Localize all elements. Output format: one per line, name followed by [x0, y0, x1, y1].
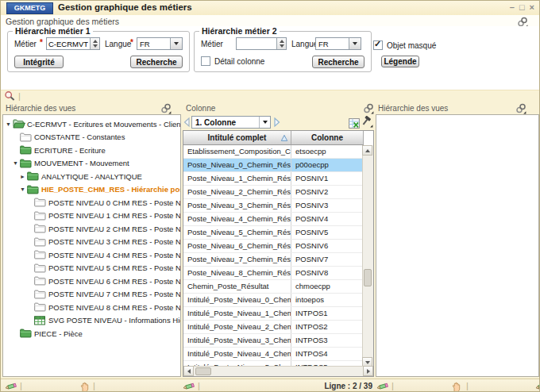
- cell-colonne: INTPOS4: [291, 348, 364, 360]
- table-row[interactable]: Poste_Niveau_6_Chemin_RésultatPOSNIV6: [183, 240, 364, 253]
- vertical-scroll-thumb[interactable]: [364, 269, 372, 286]
- header-intitule-complet[interactable]: Intitulé complet: [183, 131, 291, 145]
- maximize-icon[interactable]: □: [519, 2, 525, 13]
- folder-white-icon: [34, 250, 48, 259]
- metier2-input[interactable]: [237, 38, 276, 49]
- tree-item[interactable]: CONSTANTE - Constantes: [3, 131, 180, 144]
- tree-item[interactable]: ▼HIE_POSTE_CHM_RES - Hiérarchie poste ch…: [3, 183, 180, 197]
- cell-intitule: Intitulé_Poste_Niveau_0_Chemin_Rés: [183, 294, 291, 306]
- chevron-down-icon[interactable]: [349, 38, 361, 49]
- metier1-spinner[interactable]: [90, 38, 99, 49]
- cell-intitule: Intitulé_Poste_Niveau_1_Chemin_Rés: [183, 307, 291, 320]
- cell-colonne: POSNIV1: [291, 172, 364, 185]
- tree-item[interactable]: PIECE - Pièce: [3, 327, 180, 340]
- tree-item-label: POSTE NIVEAU 1 CHM RES - Poste Niveau 1 …: [48, 211, 180, 220]
- table-row[interactable]: Poste_Niveau_1_Chemin_RésultatPOSNIV1: [183, 172, 364, 186]
- table-row[interactable]: Intitulé_Poste_Niveau_2_Chemin_RésINTPOS…: [183, 321, 364, 334]
- table-row[interactable]: Poste_Niveau_5_Chemin_RésultatPOSNIV5: [183, 226, 364, 240]
- horizontal-scrollbar[interactable]: [183, 366, 373, 376]
- collapse-arrow-icon[interactable]: ▼: [20, 186, 27, 192]
- tree-item-label: ANALYTIQUE - ANALYTIQUE: [41, 172, 142, 181]
- tree-item-label: POSTE NIVEAU 5 CHM RES - Poste Niveau 5 …: [48, 263, 180, 272]
- tree-item[interactable]: SVG POSTE NIVEAU - Informations Hiérarch…: [3, 314, 180, 328]
- table-row[interactable]: Intitulé_Poste_Niveau_4_Chemin_RésINTPOS…: [183, 348, 364, 361]
- close-icon[interactable]: ×: [530, 2, 534, 13]
- folder-white-icon: [34, 237, 48, 247]
- recherche2-button[interactable]: Recherche: [312, 56, 364, 68]
- table-row[interactable]: Intitulé_Poste_Niveau_1_Chemin_RésINTPOS…: [183, 307, 364, 321]
- folder-open-icon: [13, 119, 26, 129]
- tree-item[interactable]: POSTE NIVEAU 5 CHM RES - Poste Niveau 5 …: [3, 262, 180, 275]
- detail-colonne-checkbox[interactable]: [201, 56, 210, 66]
- previous-column-icon[interactable]: [183, 117, 191, 128]
- tree-item[interactable]: ▼C-ECRMVT - Ecritures et Mouvements - Cl…: [3, 117, 180, 131]
- views-tree: ▼C-ECRMVT - Ecritures et Mouvements - Cl…: [3, 117, 180, 340]
- objet-masque-checkbox[interactable]: [373, 40, 383, 50]
- export-table-icon[interactable]: [349, 118, 360, 129]
- table-row[interactable]: Etablissement_Composition_Chemin_Fetsoec…: [183, 145, 364, 159]
- table-row[interactable]: Chemin_Poste_Résultatchmoecpp: [183, 280, 364, 294]
- link-icon[interactable]: [160, 103, 172, 114]
- columns-table: Intitulé complet Colonne Etablissement_C…: [183, 130, 374, 377]
- link-icon[interactable]: [515, 103, 526, 114]
- tree-item[interactable]: ►ANALYTIQUE - ANALYTIQUE: [3, 170, 180, 183]
- langue1-select[interactable]: FR: [137, 37, 183, 50]
- search-icon[interactable]: [4, 90, 16, 102]
- tree-item-label: SVG POSTE NIVEAU - Informations Hiérarch…: [48, 316, 180, 325]
- tree-item[interactable]: POSTE NIVEAU 7 CHM RES - Poste Niveau 7 …: [3, 288, 180, 302]
- recherche1-button[interactable]: Recherche: [130, 56, 183, 68]
- tree-item[interactable]: POSTE NIVEAU 8 CHM RES - Poste Niveau 8 …: [3, 301, 180, 314]
- group2-title: Hiérarchie métier 2: [199, 26, 280, 36]
- tree-item[interactable]: POSTE NIVEAU 1 CHM RES - Poste Niveau 1 …: [3, 209, 180, 223]
- cell-colonne: POSNIV2: [291, 186, 364, 198]
- status-separator: |: [392, 381, 394, 390]
- tree-item[interactable]: POSTE NIVEAU 3 CHM RES - Poste Niveau 3 …: [3, 236, 180, 249]
- table-row[interactable]: Poste_Niveau_7_Chemin_RésultatPOSNIV7: [183, 253, 364, 267]
- chevron-down-icon[interactable]: [259, 117, 270, 128]
- table-row[interactable]: Poste_Niveau_0_Chemin_Résultatp00oecpp: [183, 159, 364, 172]
- table-row[interactable]: Poste_Niveau_3_Chemin_RésultatPOSNIV3: [183, 199, 364, 213]
- metier1-input[interactable]: [47, 38, 90, 49]
- tree-item[interactable]: POSTE NIVEAU 4 CHM RES - Poste Niveau 4 …: [3, 248, 180, 262]
- cell-colonne: POSNIV3: [291, 199, 364, 212]
- edit-mode-icon: [182, 381, 195, 391]
- header-colonne[interactable]: Colonne: [291, 131, 364, 145]
- folder-white-icon: [34, 302, 48, 312]
- vertical-scrollbar[interactable]: [362, 145, 373, 367]
- tree-item[interactable]: ▼MOUVEMENT - Mouvement: [3, 157, 180, 171]
- next-column-icon[interactable]: [273, 117, 281, 128]
- legende-button[interactable]: Légende: [381, 56, 419, 67]
- table-row[interactable]: Poste_Niveau_4_Chemin_RésultatPOSNIV4: [183, 213, 364, 226]
- tools-icon[interactable]: [361, 116, 373, 128]
- expand-arrow-icon[interactable]: ►: [20, 174, 27, 179]
- tree-item-label: POSTE NIVEAU 2 CHM RES - Poste Niveau 2 …: [48, 225, 180, 233]
- table-row[interactable]: Poste_Niveau_2_Chemin_RésultatPOSNIV2: [183, 186, 364, 199]
- table-row[interactable]: Intitulé_Poste_Niveau_0_Chemin_Résintoep…: [183, 294, 364, 307]
- tree-item[interactable]: ECRITURE - Ecriture: [3, 144, 180, 157]
- horizontal-scroll-thumb[interactable]: [195, 367, 211, 375]
- tree-item[interactable]: POSTE NIVEAU 6 CHM RES - Poste Niveau 6 …: [3, 275, 180, 288]
- column-selector-value: 1. Colonne: [192, 118, 259, 127]
- menubar: Gestion graphique des métiers: [1, 15, 539, 26]
- langue2-select[interactable]: FR: [315, 37, 361, 50]
- sort-ascending-icon[interactable]: [280, 134, 288, 142]
- tree-item[interactable]: POSTE NIVEAU 2 CHM RES - Poste Niveau 2 …: [3, 222, 180, 236]
- minimize-icon[interactable]: –: [510, 2, 515, 13]
- strip-separator: |: [18, 91, 21, 101]
- link-icon[interactable]: [363, 103, 374, 114]
- chevron-down-icon[interactable]: [170, 38, 182, 49]
- table-row[interactable]: Intitulé_Poste_Niveau_3_Chemin_RésINTPOS…: [183, 334, 364, 348]
- right-panel-title: Hiérarchie des vues: [378, 104, 448, 113]
- column-selector[interactable]: 1. Colonne: [191, 116, 271, 129]
- tree-item[interactable]: POSTE NIVEAU 0 CHM RES - Poste Niveau 0 …: [3, 196, 180, 209]
- metier1-field: [46, 37, 100, 50]
- collapse-arrow-icon[interactable]: ▼: [6, 121, 13, 127]
- cell-colonne: INTPOS2: [291, 321, 364, 333]
- folder-white-icon: [34, 211, 48, 221]
- folder-white-icon: [34, 276, 48, 286]
- metier2-spinner[interactable]: [276, 38, 286, 49]
- table-row[interactable]: Poste_Niveau_8_Chemin_RésultatPOSNIV8: [183, 267, 364, 280]
- hierarchie-metier-2-group: Hiérarchie métier 2 Métier Langue FR Dét…: [194, 31, 372, 72]
- integrite-button[interactable]: Intégrité: [14, 56, 64, 68]
- collapse-arrow-icon[interactable]: ▼: [13, 160, 20, 166]
